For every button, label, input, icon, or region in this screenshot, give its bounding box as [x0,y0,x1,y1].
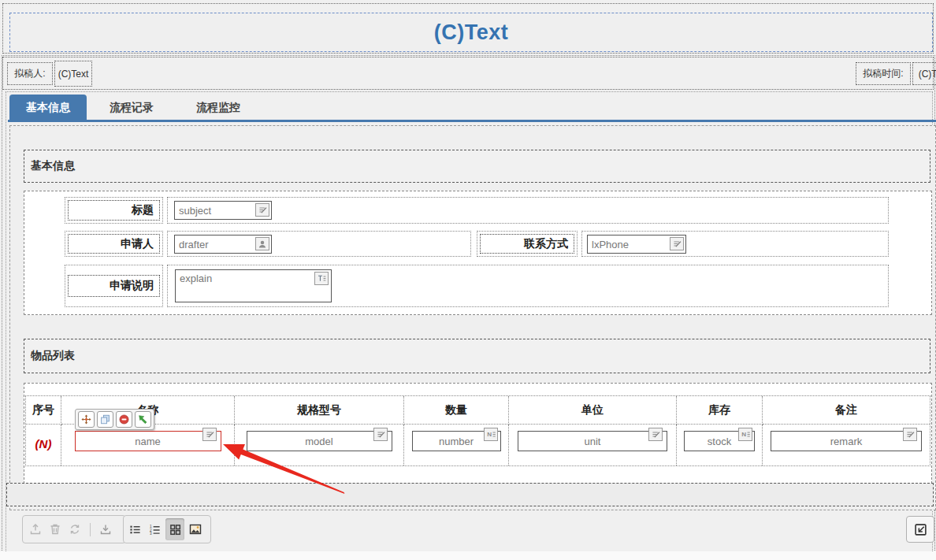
phone-input-cell [581,231,889,257]
tab-process-monitor[interactable]: 流程监控 [183,95,254,121]
remove-button[interactable] [116,411,132,428]
text-field-icon [648,428,663,441]
explain-input-cell [167,265,889,307]
name-cell [61,425,235,465]
grid-view-button[interactable] [165,518,184,540]
items-section-title: 物品列表 [31,349,75,363]
download-button[interactable] [98,518,113,540]
import-icon [914,523,927,536]
model-cell [235,425,404,465]
numbered-list-icon: 123 [149,524,161,536]
unit-cell [509,425,677,465]
sync-icon [69,523,81,536]
text-field-icon [373,428,388,441]
number-field-icon: N [484,428,498,441]
tab-process-record[interactable]: 流程记录 [96,95,167,121]
column-header-index: 序号 [26,396,61,425]
text-field-icon [202,428,217,441]
column-header-stock: 库存 [677,396,763,425]
import-button[interactable] [906,516,934,543]
column-header-unit: 单位 [509,396,677,425]
draft-time-label: 拟稿时间: [856,62,911,85]
drafter-label-cell: 申请人 [65,231,163,257]
explain-textarea[interactable] [175,269,332,302]
delete-button[interactable] [47,518,63,540]
svg-text:N: N [487,431,492,438]
text-field-icon [670,237,684,250]
toolbar-separator [90,523,91,536]
row-index-cell: (N) [26,425,61,465]
bullet-list-button[interactable] [126,518,144,540]
trash-icon [49,523,61,536]
file-actions-group [22,515,126,543]
basic-section-header: 基本信息 [24,150,930,183]
column-header-remark: 备注 [763,396,930,425]
download-icon [99,523,112,536]
drafter-label: 申请人 [68,234,160,254]
widget-toolbar [75,409,154,430]
number-cell: N [404,425,509,465]
image-view-button[interactable] [186,518,205,540]
empty-row-strip [6,483,934,506]
draft-time-value-field[interactable]: (C)Text [912,62,936,85]
items-table: 序号 名称 规格型号 数量 单位 库存 备注 (N) N [25,395,930,466]
svg-text:N: N [741,431,746,438]
bullet-list-icon [129,524,141,536]
upload-icon [29,523,42,536]
copy-icon [100,414,110,425]
tab-basic-info[interactable]: 基本信息 [9,95,87,121]
select-parent-icon [138,414,148,425]
text-field-icon [255,203,269,217]
row-marker: (N) [35,437,52,451]
move-icon [81,414,91,425]
remark-input[interactable] [771,431,922,451]
meta-row: 拟稿人: (C)Text 拟稿时间: (C)Text [2,57,934,90]
name-input[interactable] [75,431,221,451]
remove-icon [119,414,129,425]
remark-cell [763,425,930,465]
title-field[interactable]: (C)Text [9,13,933,52]
form-title: (C)Text [434,20,509,45]
view-mode-group: 123 [123,515,211,543]
svg-text:3: 3 [150,532,152,536]
grid-view-icon [169,524,181,536]
drafter-value-field[interactable]: (C)Text [54,61,92,87]
unit-input[interactable] [518,431,667,451]
model-input[interactable] [247,431,392,451]
subject-label-cell: 标题 [65,197,163,224]
user-icon [255,237,269,250]
drafter-input-cell [167,231,471,257]
drafter-label: 拟稿人: [7,62,53,85]
subject-input-cell [167,197,889,224]
stock-cell: N [677,425,763,465]
text-field-icon [903,428,917,441]
sync-button[interactable] [67,518,83,540]
column-header-model: 规格型号 [235,396,404,425]
phone-label: 联系方式 [480,234,574,254]
basic-section-title: 基本信息 [31,159,75,173]
select-parent-button[interactable] [135,411,151,428]
subject-label: 标题 [68,200,160,221]
items-section-header: 物品列表 [24,339,930,373]
footer-strip [0,551,936,560]
form-designer-canvas: (C)Text 拟稿人: (C)Text 拟稿时间: (C)Text 基本信息 … [0,0,936,560]
image-icon [189,523,202,536]
copy-button[interactable] [97,411,113,428]
column-header-number: 数量 [404,396,509,425]
tab-underline [8,120,936,122]
move-button[interactable] [78,411,95,428]
textarea-icon [314,272,329,285]
numbered-list-button[interactable]: 123 [146,518,164,540]
title-block: (C)Text [2,3,934,54]
phone-label-cell: 联系方式 [477,231,578,257]
explain-label-cell: 申请说明 [65,265,163,307]
number-field-icon: N [738,428,752,441]
explain-label: 申请说明 [68,275,160,297]
upload-button[interactable] [28,518,43,540]
